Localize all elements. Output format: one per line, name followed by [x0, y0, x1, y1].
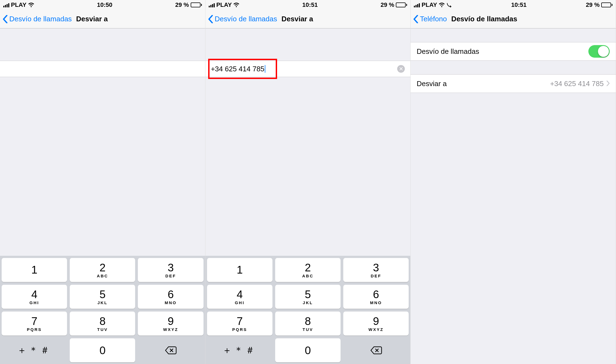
call-forwarding-toggle-cell[interactable]: Desvío de llamadas: [411, 42, 616, 61]
forward-to-label: Desviar a: [417, 80, 447, 88]
key-3[interactable]: 3DEF: [138, 258, 203, 282]
key-symbols[interactable]: ＋＊＃: [2, 338, 67, 362]
key-0[interactable]: 0: [70, 338, 135, 362]
key-8[interactable]: 8TUV: [70, 312, 135, 336]
key-5[interactable]: 5JKL: [275, 285, 341, 309]
key-6[interactable]: 6MNO: [343, 285, 409, 309]
battery-pct: 29 %: [586, 1, 600, 8]
toggle-label: Desvío de llamadas: [417, 47, 479, 56]
signal-icon: [209, 2, 215, 7]
call-forward-icon: [446, 2, 452, 7]
back-chevron-icon[interactable]: [3, 15, 8, 23]
key-4[interactable]: 4GHI: [207, 285, 272, 309]
back-chevron-icon[interactable]: [413, 15, 418, 23]
key-delete[interactable]: [138, 338, 203, 362]
text-caret: [265, 65, 265, 73]
key-1[interactable]: 1: [207, 258, 272, 282]
back-chevron-icon[interactable]: [208, 15, 213, 23]
key-9[interactable]: 9WXYZ: [343, 312, 409, 336]
wifi-icon: [439, 2, 445, 7]
phone-input-value[interactable]: +34 625 414 785: [211, 65, 265, 73]
nav-bar: Teléfono Desvío de llamadas: [411, 10, 616, 28]
back-button[interactable]: Desvío de llamadas: [9, 15, 72, 23]
wifi-icon: [233, 2, 239, 7]
phone-input-row[interactable]: [0, 61, 205, 77]
nav-bar: Desvío de llamadas Desviar a: [0, 10, 205, 28]
key-0[interactable]: 0: [275, 338, 341, 362]
signal-icon: [414, 2, 420, 7]
clear-input-icon[interactable]: ✕: [397, 65, 405, 73]
key-4[interactable]: 4GHI: [2, 285, 67, 309]
numeric-keypad: 1 2ABC 3DEF 4GHI 5JKL 6MNO 7PQRS 8TUV 9W…: [0, 256, 205, 364]
nav-bar: Desvío de llamadas Desviar a: [205, 10, 411, 28]
battery-icon: [396, 2, 407, 7]
key-symbols[interactable]: ＋＊＃: [207, 338, 272, 362]
phone-input[interactable]: [5, 65, 200, 73]
back-button[interactable]: Desvío de llamadas: [215, 15, 277, 23]
key-6[interactable]: 6MNO: [138, 285, 203, 309]
status-time: 10:50: [97, 1, 112, 8]
key-9[interactable]: 9WXYZ: [138, 312, 203, 336]
carrier-label: PLAY: [216, 1, 232, 8]
back-button[interactable]: Teléfono: [420, 15, 447, 23]
key-1[interactable]: 1: [2, 258, 67, 282]
phone-input-row[interactable]: +34 625 414 785 ✕: [205, 61, 411, 77]
screen-1: PLAY 10:50 29 % Desvío de llamadas Desvi…: [0, 0, 205, 364]
battery-pct: 29 %: [380, 1, 394, 8]
carrier-label: PLAY: [11, 1, 27, 8]
status-bar: PLAY 10:51 29 %: [411, 0, 616, 10]
signal-icon: [3, 2, 9, 7]
key-3[interactable]: 3DEF: [343, 258, 409, 282]
key-2[interactable]: 2ABC: [275, 258, 341, 282]
nav-title: Desviar a: [76, 15, 108, 23]
battery-icon: [601, 2, 612, 7]
key-delete[interactable]: [343, 338, 409, 362]
screen-3: PLAY 10:51 29 % Teléfono Desvío de llama…: [411, 0, 616, 364]
battery-icon: [191, 2, 202, 7]
carrier-label: PLAY: [422, 1, 437, 8]
key-7[interactable]: 7PQRS: [2, 312, 67, 336]
key-5[interactable]: 5JKL: [70, 285, 135, 309]
status-bar: PLAY 10:50 29 %: [0, 0, 205, 10]
status-time: 10:51: [511, 1, 527, 8]
toggle-switch[interactable]: [588, 45, 610, 58]
forward-to-cell[interactable]: Desviar a +34 625 414 785: [411, 74, 616, 93]
status-time: 10:51: [302, 1, 318, 8]
key-2[interactable]: 2ABC: [70, 258, 135, 282]
nav-title: Desvío de llamadas: [451, 15, 517, 23]
numeric-keypad: 1 2ABC 3DEF 4GHI 5JKL 6MNO 7PQRS 8TUV 9W…: [205, 256, 411, 364]
battery-pct: 29 %: [175, 1, 189, 8]
key-7[interactable]: 7PQRS: [207, 312, 272, 336]
key-8[interactable]: 8TUV: [275, 312, 341, 336]
forward-to-value: +34 625 414 785: [550, 80, 604, 88]
nav-title: Desviar a: [281, 15, 313, 23]
wifi-icon: [28, 2, 34, 7]
chevron-right-icon: [606, 80, 610, 88]
screen-2: PLAY 10:51 29 % Desvío de llamadas Desvi…: [205, 0, 411, 364]
status-bar: PLAY 10:51 29 %: [205, 0, 411, 10]
